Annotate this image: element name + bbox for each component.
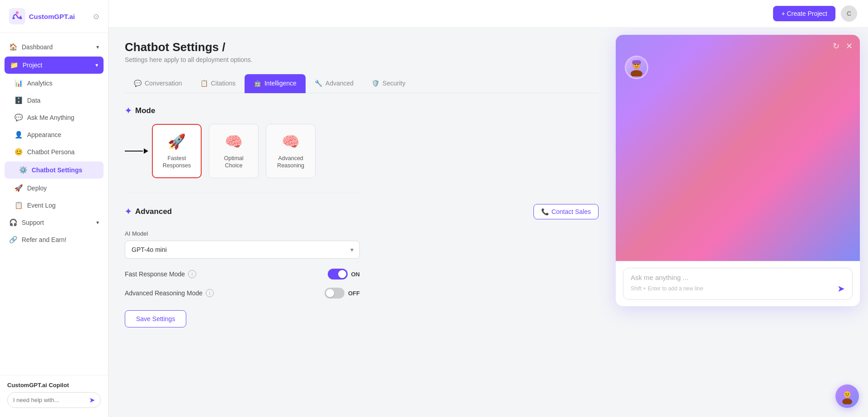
chat-close-icon[interactable]: ✕ — [846, 41, 853, 51]
svg-point-12 — [845, 393, 847, 395]
advanced-reasoning-info-icon[interactable]: i — [206, 289, 214, 297]
ai-model-select-wrap: GPT-4o mini GPT-4o GPT-4 GPT-3.5 Turbo ▾ — [125, 241, 360, 259]
bottom-avatar[interactable] — [835, 384, 859, 408]
fastest-label: FastestResponses — [163, 155, 191, 170]
section-divider — [125, 193, 360, 193]
conversation-tab-icon: 💬 — [134, 80, 142, 87]
fast-response-status: ON — [351, 271, 360, 278]
advanced-section-title: ✦ Advanced — [125, 207, 172, 217]
main-content: + Create Project C Chatbot Settings / Se… — [108, 0, 868, 417]
toggle-thumb — [326, 289, 334, 297]
chat-preview-panel: ↻ ✕ — [615, 28, 868, 417]
advanced-tab-icon: 🔧 — [315, 80, 322, 87]
ai-model-select[interactable]: GPT-4o mini GPT-4o GPT-4 GPT-3.5 Turbo — [125, 241, 360, 259]
advanced-reasoning-toggle-wrap: OFF — [325, 288, 360, 299]
fast-response-info-icon[interactable]: i — [188, 270, 196, 278]
sidebar-item-project[interactable]: 📁 Project ▾ — [5, 57, 104, 74]
tab-advanced[interactable]: 🔧 Advanced — [306, 74, 363, 93]
advanced-reasoning-status: OFF — [348, 290, 360, 297]
svg-point-2 — [13, 17, 15, 19]
chat-hint: Shift + Enter to add a new line — [631, 285, 703, 292]
sidebar-item-label: Chatbot Persona — [27, 148, 99, 156]
mode-card-fastest[interactable]: 🚀 FastestResponses — [152, 124, 202, 178]
user-avatar[interactable]: C — [841, 5, 857, 22]
sidebar-logo: CustomGPT.ai ⊙ — [0, 0, 108, 33]
svg-rect-9 — [632, 60, 641, 65]
fast-response-row: Fast Response Mode i ON — [125, 269, 360, 280]
sidebar-item-refer-earn[interactable]: 🔗 Refer and Earn! — [0, 231, 108, 248]
sidebar: CustomGPT.ai ⊙ 🏠 Dashboard ▾ 📁 Project ▾… — [0, 0, 108, 417]
sidebar-item-support[interactable]: 🎧 Support ▾ — [0, 214, 108, 231]
fast-response-toggle-wrap: ON — [328, 269, 360, 280]
refer-icon: 🔗 — [9, 236, 17, 244]
ai-model-field: AI Model GPT-4o mini GPT-4o GPT-4 GPT-3.… — [125, 230, 599, 259]
advanced-reasoning-toggle[interactable] — [325, 288, 344, 299]
sidebar-item-analytics[interactable]: 📊 Analytics — [0, 75, 108, 92]
chat-input-placeholder: Ask me anything ... — [631, 274, 845, 281]
sidebar-item-label: Chatbot Settings — [32, 166, 94, 174]
tab-security[interactable]: 🛡️ Security — [363, 74, 415, 93]
fastest-icon: 🚀 — [168, 133, 186, 150]
chat-input-box: Ask me anything ... Shift + Enter to add… — [623, 268, 853, 300]
sidebar-item-label: Event Log — [27, 202, 99, 209]
citations-tab-icon: 📋 — [200, 80, 208, 87]
svg-point-11 — [842, 398, 852, 404]
toggle-thumb — [338, 270, 346, 278]
copilot-input-wrap[interactable]: ➤ — [7, 392, 101, 408]
event-log-icon: 📋 — [14, 201, 23, 209]
chat-gradient-bg: ↻ ✕ — [616, 35, 860, 261]
sidebar-item-label: Ask Me Anything — [27, 114, 99, 121]
chevron-down-icon: ▾ — [96, 219, 99, 226]
ai-model-label: AI Model — [125, 230, 599, 237]
page-content: Chatbot Settings / Settings here apply t… — [108, 28, 868, 417]
copilot-send-icon[interactable]: ➤ — [89, 396, 95, 404]
save-settings-button[interactable]: Save Settings — [125, 310, 186, 327]
settings-icon: ⚙️ — [19, 166, 27, 174]
svg-point-13 — [848, 393, 849, 395]
sidebar-item-appearance[interactable]: 👤 Appearance — [0, 126, 108, 143]
chat-topbar: ↻ ✕ — [616, 35, 860, 51]
sidebar-item-dashboard[interactable]: 🏠 Dashboard ▾ — [0, 38, 108, 56]
tab-conversation[interactable]: 💬 Conversation — [125, 74, 191, 93]
mode-card-advanced-reasoning[interactable]: 🧠 AdvancedReasoning — [266, 124, 316, 178]
mode-card-optimal[interactable]: 🧠 OptimalChoice — [209, 124, 259, 178]
data-icon: 🗄️ — [14, 96, 23, 104]
sidebar-item-deploy[interactable]: 🚀 Deploy — [0, 180, 108, 197]
security-tab-icon: 🛡️ — [372, 80, 379, 87]
phone-icon: 📞 — [541, 208, 549, 215]
copilot-section: CustomGPT.ai Copilot ➤ — [0, 375, 108, 417]
chat-refresh-icon[interactable]: ↻ — [833, 41, 840, 51]
persona-icon: 😊 — [14, 148, 23, 156]
sidebar-item-label: Dashboard — [22, 43, 92, 51]
tab-citations[interactable]: 📋 Citations — [191, 74, 245, 93]
sidebar-item-data[interactable]: 🗄️ Data — [0, 92, 108, 109]
selection-arrow — [125, 148, 148, 154]
page-subtitle: Settings here apply to all deployment op… — [125, 56, 599, 63]
project-icon: 📁 — [10, 61, 18, 69]
logo-icon — [9, 8, 25, 24]
sidebar-item-event-log[interactable]: 📋 Event Log — [0, 197, 108, 214]
create-project-button[interactable]: + Create Project — [773, 6, 835, 21]
chat-send-icon[interactable]: ➤ — [837, 283, 845, 294]
chat-input-row: Shift + Enter to add a new line ➤ — [631, 283, 845, 294]
chevron-down-icon: ▾ — [96, 44, 99, 50]
copilot-input[interactable] — [13, 397, 89, 403]
mode-section-title: ✦ Mode — [125, 106, 599, 116]
sidebar-item-chatbot-persona[interactable]: 😊 Chatbot Persona — [0, 143, 108, 161]
chat-input-area: Ask me anything ... Shift + Enter to add… — [616, 261, 860, 306]
contact-sales-button[interactable]: 📞 Contact Sales — [533, 204, 599, 219]
sidebar-item-chatbot-settings[interactable]: ⚙️ Chatbot Settings — [5, 161, 104, 179]
tab-intelligence[interactable]: 🤖 Intelligence — [245, 74, 306, 93]
logo-text: CustomGPT.ai — [29, 13, 75, 20]
deploy-icon: 🚀 — [14, 184, 23, 192]
advanced-reasoning-label: AdvancedReasoning — [277, 155, 304, 170]
sidebar-item-ask-me-anything[interactable]: 💬 Ask Me Anything — [0, 109, 108, 126]
intelligence-tab-icon: 🤖 — [254, 80, 261, 87]
advanced-reasoning-label: Advanced Reasoning Mode — [125, 289, 203, 297]
fast-response-toggle[interactable] — [328, 269, 348, 280]
optimal-label: OptimalChoice — [224, 155, 243, 170]
clock-icon[interactable]: ⊙ — [93, 12, 99, 21]
sidebar-item-label: Deploy — [27, 185, 99, 192]
chat-widget: ↻ ✕ — [616, 35, 860, 306]
topbar: + Create Project C — [108, 0, 868, 28]
